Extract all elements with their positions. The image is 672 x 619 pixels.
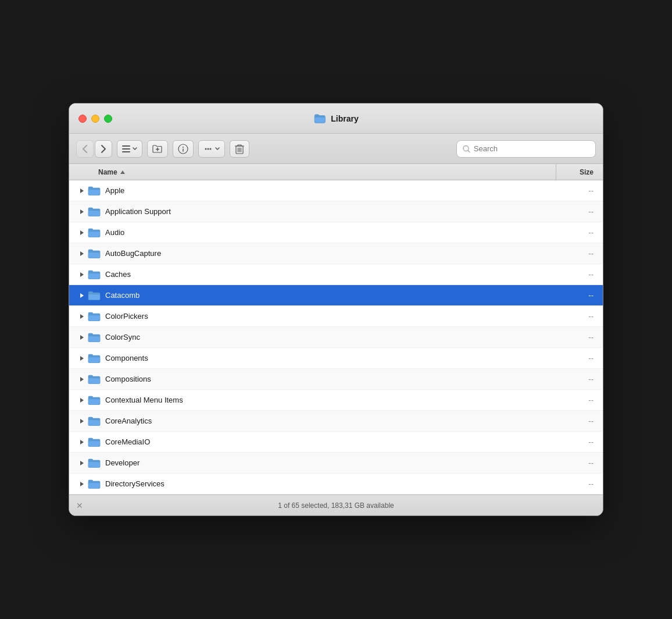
svg-rect-0 [122,145,130,147]
folder-icon [88,353,101,364]
nav-group [76,140,112,158]
file-size: -- [556,354,603,362]
expand-arrow-icon[interactable] [76,180,88,201]
delete-button[interactable] [230,140,249,158]
name-column-header[interactable]: Name [69,168,556,176]
folder-icon [88,186,101,196]
file-size: -- [556,249,603,258]
file-name: CoreAnalytics [105,417,556,425]
expand-arrow-icon[interactable] [76,453,88,474]
svg-point-10 [210,148,212,150]
expand-arrow-icon[interactable] [76,411,88,432]
file-size: -- [556,228,603,237]
statusbar-text: 1 of 65 selected, 183,31 GB available [278,501,394,510]
expand-arrow-icon[interactable] [76,243,88,264]
search-icon [463,145,470,153]
list-view-icon [122,145,130,152]
file-size: -- [556,458,603,467]
window-title: Library [313,113,358,124]
info-button[interactable] [173,140,194,158]
table-row[interactable]: CoreAnalytics-- [69,411,603,432]
table-row[interactable]: Compositions-- [69,369,603,390]
table-row[interactable]: Apple-- [69,180,603,201]
folder-icon [88,437,101,447]
file-size: -- [556,207,603,216]
file-name: Audio [105,228,556,237]
expand-arrow-icon[interactable] [76,369,88,390]
back-icon [82,145,88,153]
folder-icon [88,227,101,238]
forward-icon [101,145,106,153]
expand-arrow-icon[interactable] [76,222,88,243]
file-name: DirectoryServices [105,479,556,488]
file-name: Apple [105,186,556,195]
title-folder-icon [313,113,326,124]
folder-icon [88,479,101,489]
size-column-header[interactable]: Size [556,168,603,176]
list-view-button[interactable] [117,140,142,158]
maximize-button[interactable] [104,115,112,123]
table-row[interactable]: Catacomb-- [69,285,603,306]
table-row[interactable]: Components-- [69,348,603,369]
table-row[interactable]: CoreMediaIO-- [69,432,603,453]
add-folder-icon [152,144,163,154]
folder-icon [88,416,101,426]
expand-arrow-icon[interactable] [76,201,88,222]
expand-arrow-icon[interactable] [76,474,88,495]
table-row[interactable]: Developer-- [69,453,603,474]
action-icon [203,144,213,154]
expand-arrow-icon[interactable] [76,264,88,285]
file-list: Apple-- Application Support-- Audio-- Au… [69,180,603,495]
file-name: Components [105,354,556,362]
table-row[interactable]: Application Support-- [69,201,603,222]
folder-icon [88,332,101,343]
folder-icon [88,374,101,385]
folder-icon [88,395,101,405]
file-name: Application Support [105,207,556,216]
back-button[interactable] [76,140,94,158]
svg-rect-2 [122,151,130,152]
expand-arrow-icon[interactable] [76,285,88,306]
folder-icon [88,207,101,217]
traffic-lights [78,115,112,123]
expand-arrow-icon[interactable] [76,390,88,411]
table-row[interactable]: ColorSync-- [69,327,603,348]
add-folder-button[interactable] [147,140,168,158]
table-row[interactable]: Caches-- [69,264,603,285]
search-box[interactable] [456,140,596,158]
close-button[interactable] [78,115,87,123]
forward-button[interactable] [95,140,112,158]
expand-arrow-icon[interactable] [76,432,88,453]
search-input[interactable] [474,144,589,153]
expand-arrow-icon[interactable] [76,327,88,348]
folder-icon [88,290,101,301]
file-name: Catacomb [105,291,556,300]
file-name: CoreMediaIO [105,437,556,446]
folder-icon [88,248,101,259]
file-name: Contextual Menu Items [105,396,556,404]
minimize-button[interactable] [91,115,99,123]
file-name: ColorSync [105,333,556,341]
table-row[interactable]: ColorPickers-- [69,306,603,327]
table-row[interactable]: Contextual Menu Items-- [69,390,603,411]
file-size: -- [556,479,603,488]
file-name: ColorPickers [105,312,556,321]
table-row[interactable]: AutoBugCapture-- [69,243,603,264]
file-name: Developer [105,458,556,467]
expand-arrow-icon[interactable] [76,306,88,327]
table-row[interactable]: Audio-- [69,222,603,243]
file-size: -- [556,333,603,341]
expand-arrow-icon[interactable] [76,348,88,369]
table-row[interactable]: DirectoryServices-- [69,474,603,495]
statusbar: ✕ 1 of 65 selected, 183,31 GB available [69,495,603,515]
chevron-down-icon [133,147,137,151]
file-size: -- [556,375,603,383]
svg-line-17 [468,150,470,152]
title-text: Library [331,114,358,123]
folder-icon [88,311,101,322]
svg-rect-1 [122,148,130,150]
statusbar-close-button[interactable]: ✕ [76,501,83,510]
action-button[interactable] [198,140,225,158]
file-name: Compositions [105,375,556,383]
file-size: -- [556,270,603,279]
